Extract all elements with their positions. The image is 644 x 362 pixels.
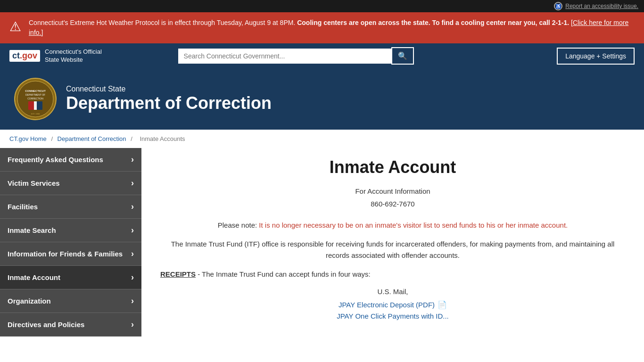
chevron-icon-directives: › [131, 320, 134, 329]
chevron-icon-faq: › [131, 155, 134, 165]
sidebar-item-organization-label: Organization [8, 297, 51, 305]
dept-header: CONNECTICUT DEPARTMENT OF CORRECTION EST… [0, 68, 644, 130]
sidebar-item-inmate-account-label: Inmate Account [8, 273, 60, 281]
account-info: For Account Information 860-692-7670 [160, 185, 625, 210]
ct-nav: ct.gov Connecticut's Official State Webs… [0, 43, 644, 68]
ct-site-name: Connecticut's Official State Website [45, 48, 102, 64]
alert-banner: ⚠ Connecticut's Extreme Hot Weather Prot… [0, 12, 644, 43]
chevron-icon-victim: › [131, 178, 134, 188]
note-prefix: Please note: [218, 221, 259, 229]
breadcrumb: CT.gov Home / Department of Correction /… [0, 130, 644, 148]
dept-subtitle: Connecticut State [66, 85, 272, 93]
sidebar-item-facilities-label: Facilities [8, 203, 38, 211]
chevron-icon-inmate-search: › [131, 225, 134, 235]
sidebar-item-victim-label: Victim Services [8, 179, 60, 187]
sidebar-item-organization[interactable]: Organization › [0, 289, 141, 313]
breadcrumb-sep1: / [51, 135, 54, 142]
usmail-text: U.S. Mail, [160, 288, 625, 296]
itf-text: The Inmate Trust Fund (ITF) office is re… [160, 239, 625, 261]
note-highlight: It is no longer necessary to be on an in… [259, 221, 568, 229]
svg-text:EST. 1968: EST. 1968 [31, 113, 40, 115]
account-phone: 860-692-7670 [160, 197, 625, 210]
dept-seal: CONNECTICUT DEPARTMENT OF CORRECTION EST… [14, 78, 57, 120]
accessibility-link[interactable]: Report an accessibility issue. [565, 3, 638, 9]
receipts-label: RECEIPTS [160, 270, 196, 278]
page-title: Inmate Account [160, 157, 625, 177]
svg-text:CONNECTICUT: CONNECTICUT [25, 90, 46, 92]
sidebar-item-victim-services[interactable]: Victim Services › [0, 172, 141, 195]
sidebar-item-faq[interactable]: Frequently Asked Questions › [0, 148, 141, 172]
receipts-desc: - The Inmate Trust Fund can accept funds… [196, 270, 371, 278]
warning-icon: ⚠ [9, 19, 21, 34]
svg-text:CORRECTION: CORRECTION [27, 97, 43, 100]
chevron-icon-facilities: › [131, 202, 134, 212]
sidebar-item-inmate-account[interactable]: Inmate Account › [0, 266, 141, 289]
language-settings-button[interactable]: Language + Settings [557, 48, 635, 65]
search-button[interactable]: 🔍 [391, 47, 414, 65]
svg-rect-6 [34, 101, 37, 110]
jpay-link-1[interactable]: JPAY Electronic Deposit (PDF) 📄 [160, 300, 625, 309]
accessibility-icon: ♿ [554, 2, 562, 10]
alert-text: Connecticut's Extreme Hot Weather Protoc… [29, 18, 635, 38]
top-bar: ♿ Report an accessibility issue. [0, 0, 644, 12]
breadcrumb-current: Inmate Accounts [140, 135, 185, 142]
page-wrapper: CT.gov Home / Department of Correction /… [0, 130, 644, 360]
svg-rect-5 [28, 101, 34, 110]
main-content: Inmate Account For Account Information 8… [141, 148, 644, 360]
sidebar-item-info-families-label: Information for Friends & Families [8, 250, 123, 258]
account-info-label: For Account Information [160, 185, 625, 197]
sidebar-item-info-families[interactable]: Information for Friends & Families › [0, 242, 141, 266]
breadcrumb-sep2: / [131, 135, 134, 142]
svg-rect-7 [37, 101, 42, 110]
ct-text: ct [12, 51, 20, 60]
content-area: Frequently Asked Questions › Victim Serv… [0, 148, 644, 360]
sidebar-item-faq-label: Frequently Asked Questions [8, 156, 103, 164]
breadcrumb-home[interactable]: CT.gov Home [9, 135, 47, 142]
receipts-text: RECEIPTS - The Inmate Trust Fund can acc… [160, 269, 625, 280]
gov-text: .gov [20, 51, 37, 60]
dept-title: Connecticut State Department of Correcti… [66, 85, 272, 113]
dept-title-main: Department of Correction [66, 93, 272, 113]
sidebar-item-directives[interactable]: Directives and Policies › [0, 313, 141, 337]
sidebar-item-inmate-search[interactable]: Inmate Search › [0, 219, 141, 242]
sidebar: Frequently Asked Questions › Victim Serv… [0, 148, 141, 360]
ct-logo-badge: ct.gov [9, 50, 40, 62]
search-container: 🔍 [178, 47, 414, 65]
chevron-icon-organization: › [131, 296, 134, 306]
sidebar-item-directives-label: Directives and Policies [8, 321, 84, 329]
search-input[interactable] [178, 49, 391, 64]
svg-text:DEPARTMENT OF: DEPARTMENT OF [25, 93, 45, 96]
sidebar-item-facilities[interactable]: Facilities › [0, 195, 141, 219]
jpay-link-2-label: JPAY One Click Payments with ID... [337, 312, 449, 320]
chevron-icon-info-families: › [131, 249, 134, 259]
breadcrumb-doc[interactable]: Department of Correction [58, 135, 126, 142]
sidebar-item-inmate-search-label: Inmate Search [8, 226, 56, 234]
jpay-link-1-label: JPAY Electronic Deposit (PDF) [339, 301, 435, 309]
ct-logo[interactable]: ct.gov Connecticut's Official State Webs… [9, 48, 102, 64]
jpay-link-2[interactable]: JPAY One Click Payments with ID... [160, 312, 625, 320]
note-text: Please note: It is no longer necessary t… [160, 220, 625, 231]
chevron-icon-inmate-account: › [131, 272, 134, 282]
pdf-icon-1: 📄 [438, 300, 447, 309]
